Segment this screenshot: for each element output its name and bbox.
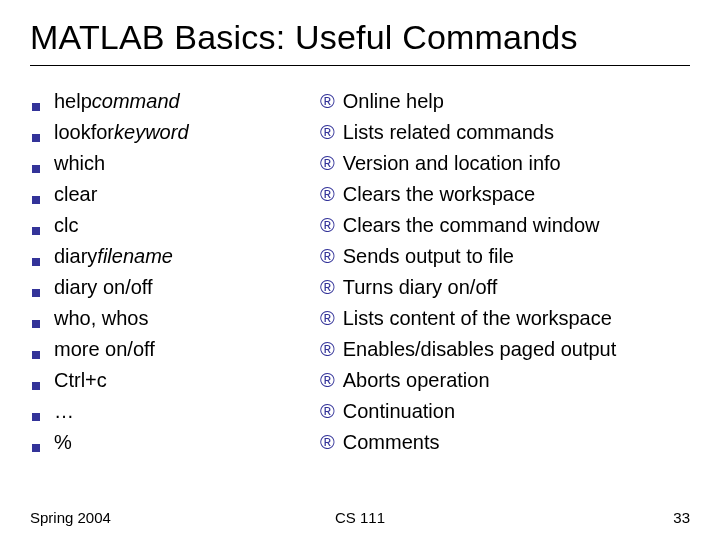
arrow-icon: ®: [320, 365, 335, 396]
command-row: diary on/off: [30, 272, 320, 303]
square-bullet-icon: [32, 227, 40, 235]
arrow-icon: ®: [320, 148, 335, 179]
command-row: …: [30, 396, 320, 427]
command-arg: command: [92, 86, 180, 117]
command-row: diary filename: [30, 241, 320, 272]
command-arg: keyword: [114, 117, 188, 148]
square-bullet-icon: [32, 134, 40, 142]
square-bullet-icon: [32, 320, 40, 328]
command-text: lookfor: [54, 117, 114, 148]
arrow-icon: ®: [320, 396, 335, 427]
description-row: ®Continuation: [320, 396, 690, 427]
description-text: Online help: [343, 86, 444, 117]
description-row: ®Comments: [320, 427, 690, 458]
arrow-icon: ®: [320, 117, 335, 148]
description-row: ®Sends output to file: [320, 241, 690, 272]
footer-term: Spring 2004: [30, 509, 111, 526]
command-text: …: [54, 396, 74, 427]
description-text: Continuation: [343, 396, 455, 427]
description-row: ®Version and location info: [320, 148, 690, 179]
command-row: Ctrl+c: [30, 365, 320, 396]
arrow-icon: ®: [320, 179, 335, 210]
content-columns: help commandlookfor keywordwhichclearclc…: [30, 86, 690, 458]
slide: MATLAB Basics: Useful Commands help comm…: [0, 0, 720, 540]
description-text: Aborts operation: [343, 365, 490, 396]
command-text: diary on/off: [54, 272, 153, 303]
description-text: Sends output to file: [343, 241, 514, 272]
arrow-icon: ®: [320, 427, 335, 458]
arrow-icon: ®: [320, 241, 335, 272]
description-row: ®Lists related commands: [320, 117, 690, 148]
description-row: ®Aborts operation: [320, 365, 690, 396]
arrow-icon: ®: [320, 210, 335, 241]
slide-title: MATLAB Basics: Useful Commands: [30, 18, 690, 57]
command-row: more on/off: [30, 334, 320, 365]
description-text: Enables/disables paged output: [343, 334, 617, 365]
footer-page-number: 33: [673, 509, 690, 526]
arrow-icon: ®: [320, 334, 335, 365]
square-bullet-icon: [32, 351, 40, 359]
arrow-icon: ®: [320, 272, 335, 303]
command-text: help: [54, 86, 92, 117]
footer: Spring 2004 CS 111 33: [30, 509, 690, 526]
command-row: %: [30, 427, 320, 458]
square-bullet-icon: [32, 165, 40, 173]
square-bullet-icon: [32, 444, 40, 452]
description-row: ®Online help: [320, 86, 690, 117]
footer-course: CS 111: [30, 509, 690, 526]
description-row: ®Turns diary on/off: [320, 272, 690, 303]
command-text: clear: [54, 179, 97, 210]
command-text: clc: [54, 210, 78, 241]
description-text: Turns diary on/off: [343, 272, 498, 303]
square-bullet-icon: [32, 103, 40, 111]
command-row: which: [30, 148, 320, 179]
command-text: which: [54, 148, 105, 179]
commands-column: help commandlookfor keywordwhichclearclc…: [30, 86, 320, 458]
command-arg: filename: [97, 241, 173, 272]
command-row: lookfor keyword: [30, 117, 320, 148]
command-row: who, whos: [30, 303, 320, 334]
command-text: more on/off: [54, 334, 155, 365]
description-row: ®Lists content of the workspace: [320, 303, 690, 334]
description-text: Comments: [343, 427, 440, 458]
square-bullet-icon: [32, 289, 40, 297]
description-text: Lists related commands: [343, 117, 554, 148]
square-bullet-icon: [32, 382, 40, 390]
command-row: clc: [30, 210, 320, 241]
title-rule: [30, 65, 690, 66]
description-text: Lists content of the workspace: [343, 303, 612, 334]
description-text: Clears the workspace: [343, 179, 535, 210]
description-row: ®Enables/disables paged output: [320, 334, 690, 365]
square-bullet-icon: [32, 413, 40, 421]
command-text: who, whos: [54, 303, 149, 334]
square-bullet-icon: [32, 258, 40, 266]
descriptions-column: ®Online help®Lists related commands®Vers…: [320, 86, 690, 458]
square-bullet-icon: [32, 196, 40, 204]
command-text: diary: [54, 241, 97, 272]
command-row: clear: [30, 179, 320, 210]
command-text: Ctrl+c: [54, 365, 107, 396]
description-text: Version and location info: [343, 148, 561, 179]
description-text: Clears the command window: [343, 210, 600, 241]
command-row: help command: [30, 86, 320, 117]
description-row: ®Clears the command window: [320, 210, 690, 241]
arrow-icon: ®: [320, 86, 335, 117]
description-row: ®Clears the workspace: [320, 179, 690, 210]
command-text: %: [54, 427, 72, 458]
arrow-icon: ®: [320, 303, 335, 334]
